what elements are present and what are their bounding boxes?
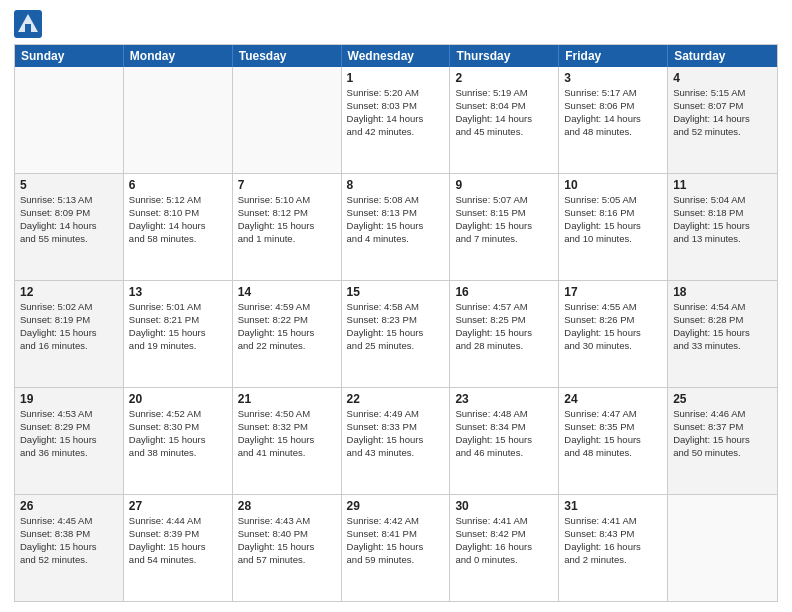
cal-cell: 5Sunrise: 5:13 AM Sunset: 8:09 PM Daylig… [15, 174, 124, 280]
day-number: 17 [564, 284, 662, 300]
day-number: 21 [238, 391, 336, 407]
cell-info: Sunrise: 4:53 AM Sunset: 8:29 PM Dayligh… [20, 408, 118, 459]
logo-icon [14, 10, 42, 38]
day-number: 6 [129, 177, 227, 193]
cal-cell: 12Sunrise: 5:02 AM Sunset: 8:19 PM Dayli… [15, 281, 124, 387]
cal-cell [15, 67, 124, 173]
cell-info: Sunrise: 4:59 AM Sunset: 8:22 PM Dayligh… [238, 301, 336, 352]
calendar: SundayMondayTuesdayWednesdayThursdayFrid… [14, 44, 778, 602]
cell-info: Sunrise: 4:41 AM Sunset: 8:43 PM Dayligh… [564, 515, 662, 566]
cell-info: Sunrise: 5:08 AM Sunset: 8:13 PM Dayligh… [347, 194, 445, 245]
cal-cell: 27Sunrise: 4:44 AM Sunset: 8:39 PM Dayli… [124, 495, 233, 601]
cal-cell: 30Sunrise: 4:41 AM Sunset: 8:42 PM Dayli… [450, 495, 559, 601]
cal-cell: 25Sunrise: 4:46 AM Sunset: 8:37 PM Dayli… [668, 388, 777, 494]
day-number: 11 [673, 177, 772, 193]
svg-rect-2 [25, 24, 31, 32]
day-number: 22 [347, 391, 445, 407]
header-day-sunday: Sunday [15, 45, 124, 67]
cell-info: Sunrise: 4:50 AM Sunset: 8:32 PM Dayligh… [238, 408, 336, 459]
calendar-row-3: 12Sunrise: 5:02 AM Sunset: 8:19 PM Dayli… [15, 280, 777, 387]
day-number: 2 [455, 70, 553, 86]
cell-info: Sunrise: 4:46 AM Sunset: 8:37 PM Dayligh… [673, 408, 772, 459]
header-day-tuesday: Tuesday [233, 45, 342, 67]
cal-cell: 2Sunrise: 5:19 AM Sunset: 8:04 PM Daylig… [450, 67, 559, 173]
cal-cell: 14Sunrise: 4:59 AM Sunset: 8:22 PM Dayli… [233, 281, 342, 387]
day-number: 19 [20, 391, 118, 407]
day-number: 7 [238, 177, 336, 193]
cell-info: Sunrise: 4:41 AM Sunset: 8:42 PM Dayligh… [455, 515, 553, 566]
day-number: 23 [455, 391, 553, 407]
cal-cell: 26Sunrise: 4:45 AM Sunset: 8:38 PM Dayli… [15, 495, 124, 601]
cal-cell: 8Sunrise: 5:08 AM Sunset: 8:13 PM Daylig… [342, 174, 451, 280]
cell-info: Sunrise: 5:15 AM Sunset: 8:07 PM Dayligh… [673, 87, 772, 138]
day-number: 9 [455, 177, 553, 193]
day-number: 31 [564, 498, 662, 514]
cal-cell: 18Sunrise: 4:54 AM Sunset: 8:28 PM Dayli… [668, 281, 777, 387]
cal-cell: 6Sunrise: 5:12 AM Sunset: 8:10 PM Daylig… [124, 174, 233, 280]
cell-info: Sunrise: 4:48 AM Sunset: 8:34 PM Dayligh… [455, 408, 553, 459]
calendar-row-5: 26Sunrise: 4:45 AM Sunset: 8:38 PM Dayli… [15, 494, 777, 601]
day-number: 28 [238, 498, 336, 514]
day-number: 15 [347, 284, 445, 300]
cal-cell: 17Sunrise: 4:55 AM Sunset: 8:26 PM Dayli… [559, 281, 668, 387]
calendar-row-2: 5Sunrise: 5:13 AM Sunset: 8:09 PM Daylig… [15, 173, 777, 280]
header-day-friday: Friday [559, 45, 668, 67]
cell-info: Sunrise: 5:20 AM Sunset: 8:03 PM Dayligh… [347, 87, 445, 138]
day-number: 5 [20, 177, 118, 193]
day-number: 4 [673, 70, 772, 86]
cal-cell: 7Sunrise: 5:10 AM Sunset: 8:12 PM Daylig… [233, 174, 342, 280]
cal-cell: 1Sunrise: 5:20 AM Sunset: 8:03 PM Daylig… [342, 67, 451, 173]
cal-cell [124, 67, 233, 173]
page: SundayMondayTuesdayWednesdayThursdayFrid… [0, 0, 792, 612]
cal-cell: 20Sunrise: 4:52 AM Sunset: 8:30 PM Dayli… [124, 388, 233, 494]
cell-info: Sunrise: 5:01 AM Sunset: 8:21 PM Dayligh… [129, 301, 227, 352]
day-number: 20 [129, 391, 227, 407]
cal-cell: 15Sunrise: 4:58 AM Sunset: 8:23 PM Dayli… [342, 281, 451, 387]
cal-cell: 16Sunrise: 4:57 AM Sunset: 8:25 PM Dayli… [450, 281, 559, 387]
day-number: 13 [129, 284, 227, 300]
day-number: 8 [347, 177, 445, 193]
day-number: 29 [347, 498, 445, 514]
cal-cell: 4Sunrise: 5:15 AM Sunset: 8:07 PM Daylig… [668, 67, 777, 173]
day-number: 3 [564, 70, 662, 86]
day-number: 24 [564, 391, 662, 407]
header [14, 10, 778, 38]
day-number: 30 [455, 498, 553, 514]
cell-info: Sunrise: 4:55 AM Sunset: 8:26 PM Dayligh… [564, 301, 662, 352]
cell-info: Sunrise: 4:43 AM Sunset: 8:40 PM Dayligh… [238, 515, 336, 566]
cal-cell: 3Sunrise: 5:17 AM Sunset: 8:06 PM Daylig… [559, 67, 668, 173]
cell-info: Sunrise: 4:44 AM Sunset: 8:39 PM Dayligh… [129, 515, 227, 566]
cell-info: Sunrise: 5:05 AM Sunset: 8:16 PM Dayligh… [564, 194, 662, 245]
cell-info: Sunrise: 4:47 AM Sunset: 8:35 PM Dayligh… [564, 408, 662, 459]
cell-info: Sunrise: 4:57 AM Sunset: 8:25 PM Dayligh… [455, 301, 553, 352]
cell-info: Sunrise: 5:12 AM Sunset: 8:10 PM Dayligh… [129, 194, 227, 245]
cal-cell [668, 495, 777, 601]
calendar-body: 1Sunrise: 5:20 AM Sunset: 8:03 PM Daylig… [15, 67, 777, 601]
cell-info: Sunrise: 5:17 AM Sunset: 8:06 PM Dayligh… [564, 87, 662, 138]
day-number: 18 [673, 284, 772, 300]
calendar-row-4: 19Sunrise: 4:53 AM Sunset: 8:29 PM Dayli… [15, 387, 777, 494]
header-day-monday: Monday [124, 45, 233, 67]
cell-info: Sunrise: 5:13 AM Sunset: 8:09 PM Dayligh… [20, 194, 118, 245]
header-day-wednesday: Wednesday [342, 45, 451, 67]
cell-info: Sunrise: 5:04 AM Sunset: 8:18 PM Dayligh… [673, 194, 772, 245]
day-number: 26 [20, 498, 118, 514]
cal-cell: 21Sunrise: 4:50 AM Sunset: 8:32 PM Dayli… [233, 388, 342, 494]
cal-cell [233, 67, 342, 173]
day-number: 1 [347, 70, 445, 86]
cal-cell: 23Sunrise: 4:48 AM Sunset: 8:34 PM Dayli… [450, 388, 559, 494]
cell-info: Sunrise: 4:52 AM Sunset: 8:30 PM Dayligh… [129, 408, 227, 459]
cell-info: Sunrise: 5:02 AM Sunset: 8:19 PM Dayligh… [20, 301, 118, 352]
day-number: 14 [238, 284, 336, 300]
header-day-saturday: Saturday [668, 45, 777, 67]
logo [14, 10, 46, 38]
cal-cell: 11Sunrise: 5:04 AM Sunset: 8:18 PM Dayli… [668, 174, 777, 280]
header-day-thursday: Thursday [450, 45, 559, 67]
calendar-row-1: 1Sunrise: 5:20 AM Sunset: 8:03 PM Daylig… [15, 67, 777, 173]
calendar-header: SundayMondayTuesdayWednesdayThursdayFrid… [15, 45, 777, 67]
cell-info: Sunrise: 5:10 AM Sunset: 8:12 PM Dayligh… [238, 194, 336, 245]
cal-cell: 28Sunrise: 4:43 AM Sunset: 8:40 PM Dayli… [233, 495, 342, 601]
cell-info: Sunrise: 5:07 AM Sunset: 8:15 PM Dayligh… [455, 194, 553, 245]
cal-cell: 22Sunrise: 4:49 AM Sunset: 8:33 PM Dayli… [342, 388, 451, 494]
day-number: 10 [564, 177, 662, 193]
